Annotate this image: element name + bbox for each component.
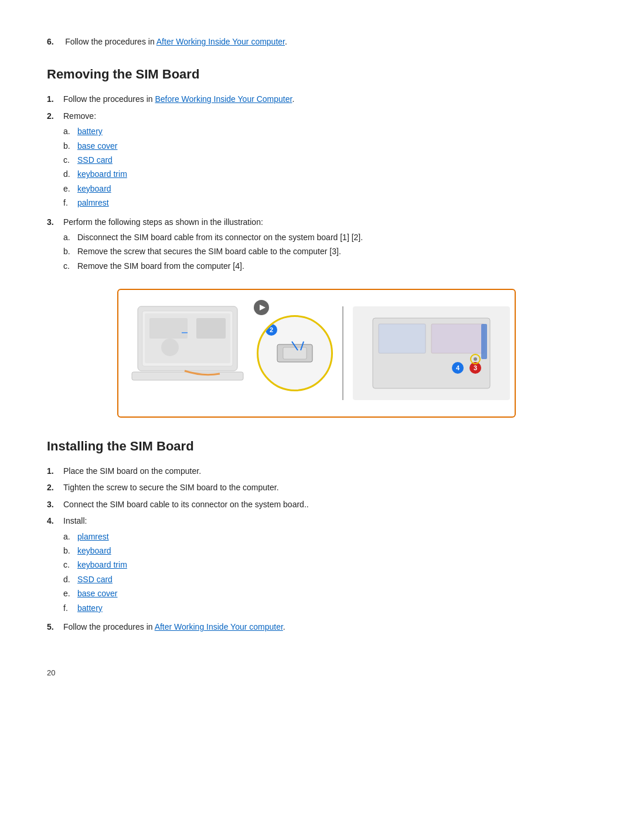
sub-item-text: Remove the screw that secures the SIM bo… (77, 245, 341, 258)
removing-step2-content: Remove: a.batteryb.base coverc.SSD cardd… (63, 110, 586, 212)
svg-point-23 (474, 357, 477, 361)
sub-item-link[interactable]: plamrest (77, 530, 109, 543)
sub-item-link[interactable]: battery (77, 125, 103, 138)
svg-point-6 (161, 339, 179, 356)
play-icon (253, 299, 270, 316)
list-item: c.Remove the SIM board from the computer… (63, 259, 586, 272)
sub-item-letter: b. (63, 139, 77, 152)
list-item: c.keyboard trim (63, 558, 586, 571)
svg-rect-17 (481, 324, 487, 359)
list-item: f.palmrest (63, 196, 586, 209)
diagram-wrapper: 2 (117, 289, 516, 418)
sub-item-letter: d. (63, 573, 77, 586)
page-number: 20 (47, 668, 586, 677)
list-item: a.plamrest (63, 530, 586, 543)
installing-step4: 4. Install: a.plamrestb.keyboardc.keyboa… (47, 514, 586, 617)
svg-rect-2 (132, 372, 243, 380)
diagram-right: 2 (257, 295, 510, 412)
laptop-illustration (123, 295, 252, 412)
intro-step6: 6. Follow the procedures in After Workin… (47, 35, 586, 48)
sub-item-letter: b. (63, 544, 77, 557)
sub-item-text: Remove the SIM board from the computer [… (77, 259, 244, 272)
after-working-link-2[interactable]: After Working Inside Your computer (155, 622, 283, 631)
installing-step3-num: 3. (47, 498, 63, 511)
svg-rect-16 (431, 324, 484, 353)
sub-item-letter: e. (63, 182, 77, 195)
list-item: f.battery (63, 602, 586, 614)
svg-rect-11 (283, 347, 307, 359)
sub-item-letter: d. (63, 168, 77, 180)
right-panel: 4 3 (353, 306, 510, 400)
intro-step6-number: 6. (47, 37, 54, 46)
intro-step6-suffix: . (285, 37, 287, 46)
sub-item-link[interactable]: battery (77, 602, 103, 614)
installing-step5: 5. Follow the procedures in After Workin… (47, 620, 586, 633)
svg-rect-4 (196, 318, 226, 339)
installing-step5-suffix: . (283, 622, 285, 631)
installing-title: Installing the SIM Board (47, 439, 586, 454)
intro-step6-text: Follow the procedures in (65, 37, 156, 46)
sub-item-link[interactable]: keyboard trim (77, 558, 127, 571)
removing-step1-text: Follow the procedures in (63, 94, 155, 104)
svg-rect-5 (149, 318, 188, 339)
sub-item-link[interactable]: base cover (77, 139, 117, 152)
before-working-link[interactable]: Before Working Inside Your Computer (155, 94, 292, 104)
installing-step5-num: 5. (47, 620, 63, 633)
list-item: d.keyboard trim (63, 168, 586, 180)
diagram-divider (342, 306, 343, 400)
sub-item-link[interactable]: keyboard (77, 182, 111, 195)
removing-title: Removing the SIM Board (47, 67, 586, 82)
list-item: a.battery (63, 125, 586, 138)
sub-item-link[interactable]: base cover (77, 587, 117, 600)
sub-item-letter: c. (63, 558, 77, 571)
removing-step1-content: Follow the procedures in Before Working … (63, 93, 586, 105)
list-item: b.base cover (63, 139, 586, 152)
installing-steps-list: 1. Place the SIM board on the computer. … (47, 465, 586, 633)
installing-step1: 1. Place the SIM board on the computer. (47, 465, 586, 477)
list-item: e.keyboard (63, 182, 586, 195)
sub-item-link[interactable]: SSD card (77, 153, 113, 166)
removing-step3-content: Perform the following steps as shown in … (63, 216, 586, 275)
installing-step1-content: Place the SIM board on the computer. (63, 465, 586, 477)
svg-text:3: 3 (474, 364, 477, 371)
removing-step1: 1. Follow the procedures in Before Worki… (47, 93, 586, 105)
list-item: b.Remove the screw that secures the SIM … (63, 245, 586, 258)
installing-step2: 2. Tighten the screw to secure the SIM b… (47, 481, 586, 494)
removing-step2-sublist: a.batteryb.base coverc.SSD cardd.keyboar… (63, 125, 586, 209)
installing-step4-sublist: a.plamrestb.keyboardc.keyboard trimd.SSD… (63, 530, 586, 614)
installing-step5-text: Follow the procedures in (63, 622, 155, 631)
sub-item-letter: b. (63, 245, 77, 258)
installing-step4-content: Install: a.plamrestb.keyboardc.keyboard … (63, 514, 586, 617)
installing-step4-num: 4. (47, 514, 63, 617)
sub-item-letter: f. (63, 196, 77, 209)
list-item: d.SSD card (63, 573, 586, 586)
installing-step5-content: Follow the procedures in After Working I… (63, 620, 586, 633)
svg-rect-15 (379, 324, 426, 353)
removing-step3-sublist: a.Disconnect the SIM board cable from it… (63, 231, 586, 272)
installing-step1-num: 1. (47, 465, 63, 477)
installing-step4-label: Install: (63, 516, 87, 525)
sub-item-letter: e. (63, 587, 77, 600)
list-item: b.keyboard (63, 544, 586, 557)
installing-step3-content: Connect the SIM board cable to its conne… (63, 498, 586, 511)
removing-step1-num: 1. (47, 93, 63, 105)
sub-item-letter: a. (63, 530, 77, 543)
diagram-right-inner: 2 (257, 306, 510, 400)
sub-item-link[interactable]: keyboard trim (77, 168, 127, 180)
removing-step1-suffix: . (292, 94, 294, 104)
removing-step2-num: 2. (47, 110, 63, 212)
after-working-link-1[interactable]: After Working Inside Your computer (156, 37, 285, 46)
sub-item-link[interactable]: SSD card (77, 573, 113, 586)
svg-text:4: 4 (456, 364, 460, 371)
installing-step2-content: Tighten the screw to secure the SIM boar… (63, 481, 586, 494)
removing-steps-list: 1. Follow the procedures in Before Worki… (47, 93, 586, 275)
list-item: e.base cover (63, 587, 586, 600)
sub-item-link[interactable]: palmrest (77, 196, 109, 209)
laptop-svg (126, 301, 249, 406)
sub-item-letter: c. (63, 153, 77, 166)
sub-item-letter: a. (63, 125, 77, 138)
sub-item-link[interactable]: keyboard (77, 544, 111, 557)
installing-step2-num: 2. (47, 481, 63, 494)
circle-zoom: 2 (257, 315, 333, 391)
removing-step3-label: Perform the following steps as shown in … (63, 217, 263, 227)
